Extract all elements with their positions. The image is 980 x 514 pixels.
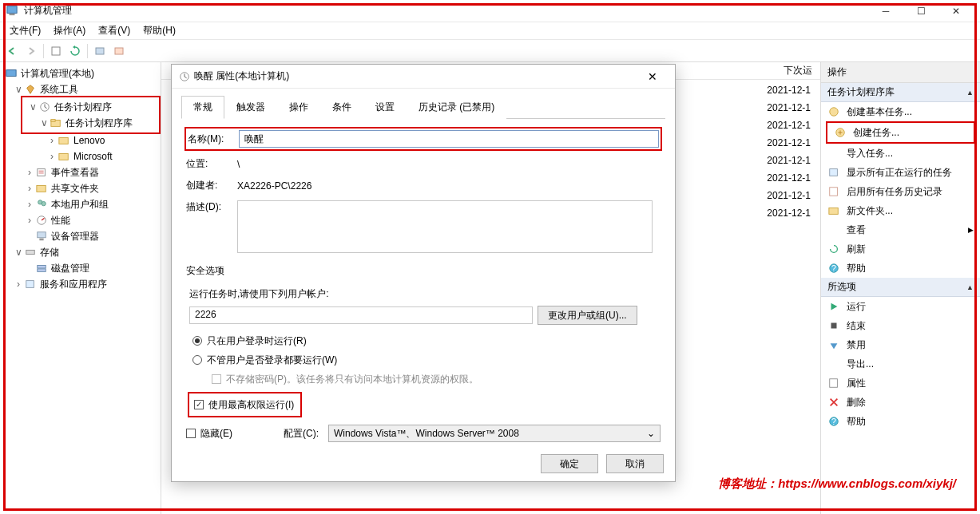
back-button[interactable]: [3, 42, 21, 60]
tree-microsoft[interactable]: ›Microsoft: [2, 148, 159, 164]
radio-icon: [192, 355, 202, 365]
tab-history[interactable]: 历史记录 (已禁用): [407, 96, 506, 119]
action-help[interactable]: ?帮助: [821, 259, 980, 278]
tree-task-scheduler[interactable]: ∨任务计划程序: [24, 99, 157, 115]
dialog-title: 唤醒 属性(本地计算机): [194, 69, 289, 83]
tree-performance[interactable]: ›性能: [2, 212, 159, 228]
author-value: XA2226-PC\2226: [237, 180, 311, 192]
hidden-check[interactable]: 隐藏(E): [186, 424, 232, 443]
chevron-down-icon: ⌄: [647, 428, 655, 439]
menu-help[interactable]: 帮助(H): [137, 22, 182, 39]
window-title: 计算机管理: [24, 4, 72, 18]
tool-button-2[interactable]: [91, 42, 109, 60]
action-enable-history[interactable]: 启用所有任务历史记录: [821, 182, 980, 201]
tab-settings[interactable]: 设置: [363, 96, 407, 119]
action-show-running[interactable]: 显示所有正在运行的任务: [821, 163, 980, 182]
author-label: 创建者:: [186, 179, 237, 192]
action-properties[interactable]: 属性: [821, 374, 980, 393]
list-cell[interactable]: 2021-12-1: [767, 117, 814, 134]
tree-local-users[interactable]: ›本地用户和组: [2, 196, 159, 212]
svg-text:?: ?: [831, 263, 836, 273]
col-next-run[interactable]: 下次运: [784, 64, 812, 77]
ok-button[interactable]: 确定: [541, 454, 598, 473]
list-cell[interactable]: 2021-12-1: [767, 187, 814, 204]
collapse-icon: ▲: [966, 283, 974, 291]
dialog-close-button[interactable]: ✕: [637, 65, 669, 88]
list-cell[interactable]: 2021-12-1: [767, 152, 814, 169]
action-delete[interactable]: 删除: [821, 393, 980, 412]
cancel-button[interactable]: 取消: [606, 454, 664, 473]
action-create-basic[interactable]: 创建基本任务...: [821, 102, 980, 121]
menu-file[interactable]: 文件(F): [3, 22, 47, 39]
action-disable[interactable]: 禁用: [821, 335, 980, 354]
highest-privileges-check[interactable]: 使用最高权限运行(I): [191, 395, 294, 414]
svg-rect-14: [37, 186, 46, 192]
tree-disk-management[interactable]: 磁盘管理: [2, 260, 159, 276]
tree-services-apps[interactable]: ›服务和应用程序: [2, 276, 159, 292]
forward-button[interactable]: [22, 42, 40, 60]
svg-rect-20: [26, 250, 35, 254]
actions-group-selected[interactable]: 所选项▲: [821, 278, 980, 297]
minimize-button[interactable]: ─: [868, 0, 903, 22]
tab-triggers[interactable]: 触发器: [224, 96, 277, 119]
run-whether-radio[interactable]: 不管用户是否登录都要运行(W): [189, 350, 657, 370]
action-create-task[interactable]: 创建任务...: [827, 123, 974, 142]
list-cell[interactable]: 2021-12-1: [767, 169, 814, 187]
svg-rect-5: [6, 70, 16, 77]
tree-root[interactable]: 计算机管理(本地): [2, 65, 159, 81]
action-help-2[interactable]: ?帮助: [821, 412, 980, 431]
action-end[interactable]: 结束: [821, 316, 980, 335]
action-refresh[interactable]: 刷新: [821, 239, 980, 259]
checkbox-icon: [212, 374, 221, 384]
run-logged-radio[interactable]: 只在用户登录时运行(R): [189, 331, 657, 350]
tree-task-library[interactable]: ∨任务计划程序库: [24, 115, 157, 131]
maximize-button[interactable]: ☐: [903, 0, 938, 22]
action-run[interactable]: 运行: [821, 297, 980, 316]
svg-rect-27: [830, 188, 838, 196]
tab-actions[interactable]: 操作: [277, 96, 320, 119]
svg-rect-10: [59, 154, 68, 160]
tool-button[interactable]: [47, 42, 65, 60]
tab-general[interactable]: 常规: [181, 96, 224, 119]
refresh-button[interactable]: [66, 42, 84, 60]
action-export[interactable]: 导出...: [821, 354, 980, 374]
tree-device-manager[interactable]: 设备管理器: [2, 228, 159, 244]
action-view[interactable]: 查看▶: [821, 220, 980, 239]
tree-storage[interactable]: ∨存储: [2, 244, 159, 260]
tree-system-tools[interactable]: ∨系统工具: [2, 81, 159, 97]
security-legend: 安全选项: [186, 264, 661, 278]
action-new-folder[interactable]: 新文件夹...: [821, 201, 980, 220]
name-input[interactable]: [239, 130, 659, 148]
menu-view[interactable]: 查看(V): [92, 22, 137, 39]
menu-action[interactable]: 操作(A): [47, 22, 92, 39]
menubar: 文件(F) 操作(A) 查看(V) 帮助(H): [0, 22, 980, 40]
properties-dialog: 唤醒 属性(本地计算机) ✕ 常规 触发器 操作 条件 设置 历史记录 (已禁用…: [171, 64, 676, 482]
dialog-titlebar: 唤醒 属性(本地计算机) ✕: [172, 65, 675, 89]
list-cell[interactable]: 2021-12-1: [767, 204, 814, 222]
description-input[interactable]: [237, 200, 653, 253]
svg-rect-32: [830, 379, 838, 388]
svg-rect-28: [829, 208, 838, 215]
tab-conditions[interactable]: 条件: [320, 96, 363, 119]
tree-shared-folders[interactable]: ›共享文件夹: [2, 180, 159, 196]
list-cell[interactable]: 2021-12-1: [767, 134, 814, 152]
tool-button-3[interactable]: [110, 42, 128, 60]
location-value: \: [237, 159, 240, 170]
svg-rect-22: [38, 269, 46, 272]
close-button[interactable]: ✕: [938, 0, 974, 22]
window-titlebar: 计算机管理 ─ ☐ ✕: [0, 0, 980, 22]
change-user-button[interactable]: 更改用户或组(U)...: [538, 306, 637, 325]
list-cell[interactable]: 2021-12-1: [767, 81, 814, 99]
app-icon: [6, 5, 19, 18]
toolbar: [0, 40, 980, 62]
tree-event-viewer[interactable]: ›事件查看器: [2, 164, 159, 180]
action-import[interactable]: 导入任务...: [821, 144, 980, 163]
list-cell[interactable]: 2021-12-1: [767, 99, 814, 117]
name-label: 名称(M):: [188, 132, 239, 146]
svg-rect-11: [38, 169, 46, 176]
svg-point-24: [830, 108, 839, 117]
actions-group-library[interactable]: 任务计划程序库▲: [821, 83, 980, 102]
tree-lenovo[interactable]: ›Lenovo: [2, 132, 159, 148]
config-select[interactable]: Windows Vista™、Windows Server™ 2008⌄: [328, 425, 661, 442]
clock-icon: [178, 70, 191, 83]
